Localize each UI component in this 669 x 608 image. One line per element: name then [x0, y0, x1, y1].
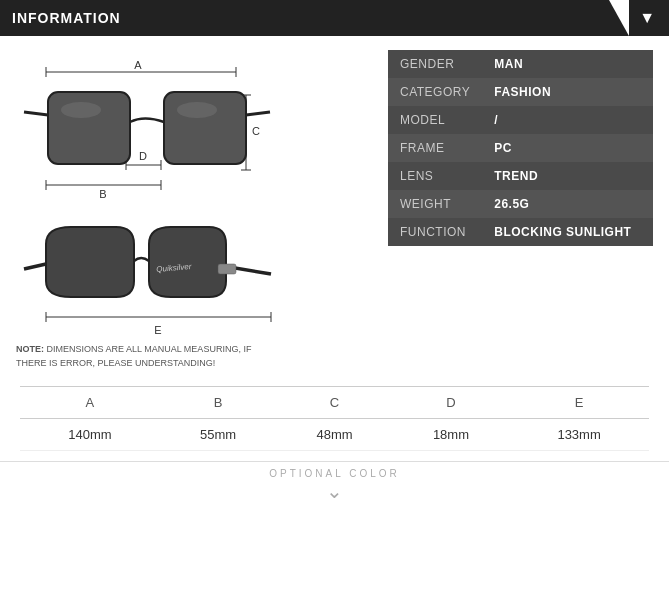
svg-text:B: B — [99, 188, 106, 200]
specs-row: LENS TREND — [388, 162, 653, 190]
spec-value: TREND — [482, 162, 653, 190]
header-bar: INFORMATION — [0, 0, 639, 36]
svg-text:E: E — [154, 324, 161, 336]
header-title: INFORMATION — [12, 10, 121, 26]
dim-header-cell: C — [276, 387, 392, 419]
top-glasses-diagram: A C B D — [16, 50, 276, 205]
svg-point-21 — [177, 102, 217, 118]
dim-value-cell: 18mm — [393, 419, 509, 451]
dim-value-cell: 133mm — [509, 419, 649, 451]
dim-header-row: ABCDE — [20, 387, 649, 419]
specs-section: GENDER MAN CATEGORY FASHION MODEL / FRAM… — [388, 50, 653, 370]
diagrams-section: A C B D — [16, 50, 372, 370]
spec-label: MODEL — [388, 106, 482, 134]
specs-table: GENDER MAN CATEGORY FASHION MODEL / FRAM… — [388, 50, 653, 246]
optional-color-chevron[interactable]: ⌄ — [0, 481, 669, 501]
header-dropdown-arrow[interactable]: ▼ — [639, 9, 655, 27]
dim-value-cell: 140mm — [20, 419, 160, 451]
spec-label: LENS — [388, 162, 482, 190]
svg-text:A: A — [134, 59, 142, 71]
optional-color-section: OPTIONAL COLOR ⌄ — [0, 461, 669, 501]
svg-rect-25 — [218, 264, 236, 274]
bottom-diagram-svg: Quiksilver E — [16, 209, 276, 339]
svg-line-19 — [246, 112, 270, 115]
spec-value: PC — [482, 134, 653, 162]
spec-label: FRAME — [388, 134, 482, 162]
svg-text:C: C — [252, 125, 260, 137]
spec-label: FUNCTION — [388, 218, 482, 246]
spec-value: 26.5G — [482, 190, 653, 218]
spec-value: / — [482, 106, 653, 134]
spec-value: MAN — [482, 50, 653, 78]
dim-value-cell: 55mm — [160, 419, 276, 451]
note-text: NOTE: DIMENSIONS ARE ALL MANUAL MEASURIN… — [16, 343, 276, 370]
dim-header-cell: B — [160, 387, 276, 419]
spec-value: BLOCKING SUNLIGHT — [482, 218, 653, 246]
dim-header-cell: E — [509, 387, 649, 419]
spec-label: GENDER — [388, 50, 482, 78]
top-diagram-svg: A C B D — [16, 50, 276, 205]
svg-text:D: D — [139, 150, 147, 162]
specs-row: FUNCTION BLOCKING SUNLIGHT — [388, 218, 653, 246]
bottom-glasses-diagram: Quiksilver E — [16, 209, 276, 339]
dim-value-cell: 48mm — [276, 419, 392, 451]
dimensions-section: ABCDE 140mm55mm48mm18mm133mm — [0, 376, 669, 451]
dimensions-table: ABCDE 140mm55mm48mm18mm133mm — [20, 386, 649, 451]
specs-row: MODEL / — [388, 106, 653, 134]
specs-row: GENDER MAN — [388, 50, 653, 78]
dim-header-cell: D — [393, 387, 509, 419]
spec-label: CATEGORY — [388, 78, 482, 106]
specs-row: CATEGORY FASHION — [388, 78, 653, 106]
dim-value-row: 140mm55mm48mm18mm133mm — [20, 419, 649, 451]
dim-header-cell: A — [20, 387, 160, 419]
specs-row: FRAME PC — [388, 134, 653, 162]
spec-value: FASHION — [482, 78, 653, 106]
spec-label: WEIGHT — [388, 190, 482, 218]
svg-point-20 — [61, 102, 101, 118]
specs-row: WEIGHT 26.5G — [388, 190, 653, 218]
svg-line-22 — [24, 264, 46, 269]
svg-line-18 — [24, 112, 48, 115]
optional-color-label: OPTIONAL COLOR — [0, 468, 669, 479]
